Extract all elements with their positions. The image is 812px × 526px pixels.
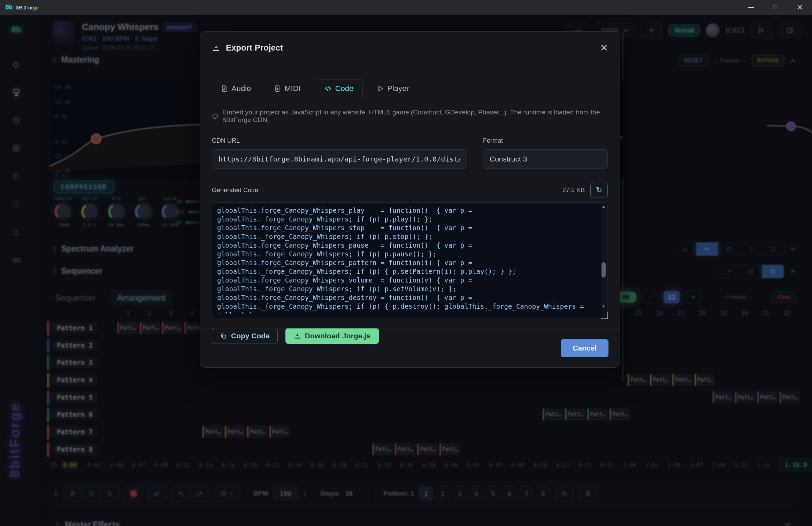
window-close-button[interactable]: × [788, 0, 812, 15]
export-tabs: Audio MIDI Code Player [212, 76, 608, 98]
export-info-text: Embed your project as JavaScript in any … [222, 108, 608, 124]
tab-label: MIDI [284, 84, 300, 93]
modal-title: Export Project [226, 43, 283, 53]
tab-player[interactable]: Player [368, 80, 418, 98]
tab-midi[interactable]: MIDI [265, 80, 309, 98]
code-icon [324, 85, 332, 92]
tab-label: Player [387, 84, 409, 93]
refresh-button[interactable]: ↻ [590, 183, 608, 197]
app-logo: 8b [6, 4, 13, 11]
tab-audio[interactable]: Audio [212, 80, 260, 98]
titlebar: 8b 8BitForge — □ × [0, 0, 812, 15]
generated-code-box[interactable]: globalThis.forge_Canopy_Whispers_play = … [212, 202, 608, 318]
modal-close-button[interactable]: × [600, 42, 608, 54]
export-info: Embed your project as JavaScript in any … [212, 108, 608, 124]
code-scrollbar[interactable]: ▲ ▼ [601, 204, 606, 317]
generated-code-label: Generated Code [212, 187, 258, 194]
cdn-url-label: CDN URL [212, 137, 467, 144]
cdn-url-input[interactable] [212, 149, 467, 169]
tab-label: Audio [231, 84, 251, 93]
play-icon [377, 85, 384, 92]
application-window: 8b 8BitForge — □ × 8b [0, 0, 812, 526]
minimize-button[interactable]: — [739, 0, 763, 15]
download-icon [212, 44, 220, 52]
audio-file-icon [221, 85, 228, 92]
generated-code[interactable]: globalThis.forge_Canopy_Whispers_play = … [217, 206, 597, 314]
info-icon [212, 113, 218, 120]
maximize-button[interactable]: □ [763, 0, 788, 15]
tab-label: Code [335, 84, 354, 93]
app-title: 8BitForge [16, 5, 39, 10]
format-label: Format [483, 137, 608, 144]
modal-header: Export Project × [200, 32, 620, 64]
export-modal: Export Project × Audio MIDI Code [200, 31, 620, 368]
midi-file-icon [274, 85, 281, 92]
resize-grip[interactable] [601, 312, 608, 319]
scroll-down-icon[interactable]: ▼ [601, 303, 606, 309]
scrollbar-thumb[interactable] [602, 262, 606, 278]
tab-code[interactable]: Code [315, 79, 363, 98]
cancel-button[interactable]: Cancel [561, 339, 608, 357]
scroll-up-icon[interactable]: ▲ [601, 204, 606, 209]
format-select[interactable]: Construct 3 [483, 149, 608, 169]
modal-footer: Cancel [200, 329, 620, 367]
code-size: 27.9 KB [562, 187, 585, 194]
